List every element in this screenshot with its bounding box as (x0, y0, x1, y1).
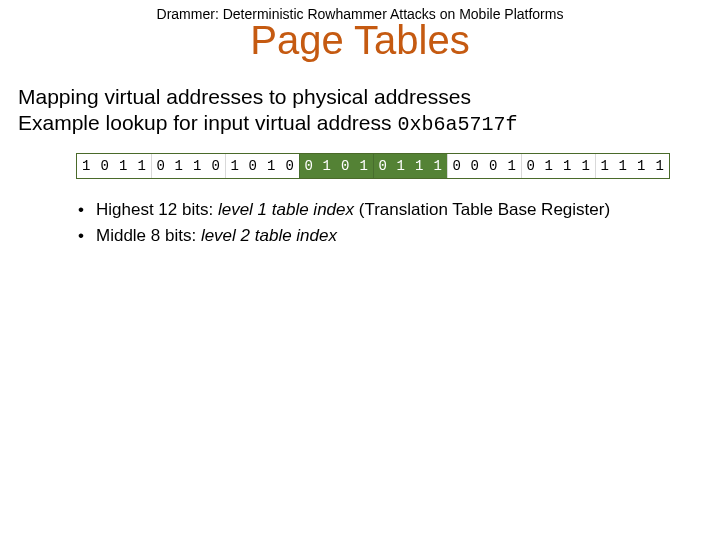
bit-cell: 0 (151, 154, 170, 178)
bit-cell: 1 (318, 154, 337, 178)
bit-cell: 1 (632, 154, 651, 178)
bit-cell: 0 (484, 154, 503, 178)
bit-cell: 0 (447, 154, 466, 178)
bit-cell: 1 (503, 154, 522, 178)
bit-cell: 1 (170, 154, 189, 178)
bullet-2: • Middle 8 bits: level 2 table index (78, 223, 702, 249)
bit-cell: 1 (77, 154, 96, 178)
bit-cell: 0 (281, 154, 300, 178)
bit-cell: 1 (355, 154, 374, 178)
bit-cell: 1 (133, 154, 152, 178)
bit-cell: 1 (595, 154, 614, 178)
bit-cell: 0 (521, 154, 540, 178)
bit-cell: 0 (336, 154, 355, 178)
bit-cell: 0 (466, 154, 485, 178)
bit-cell: 1 (225, 154, 244, 178)
bit-cell: 1 (577, 154, 596, 178)
bit-cell: 1 (429, 154, 448, 178)
bit-cell: 1 (558, 154, 577, 178)
bit-cell: 1 (188, 154, 207, 178)
bit-cell: 0 (96, 154, 115, 178)
bit-cell: 1 (262, 154, 281, 178)
bit-cell: 0 (373, 154, 392, 178)
bullet-1: • Highest 12 bits: level 1 table index (… (78, 197, 702, 223)
bit-cell: 1 (614, 154, 633, 178)
body-line-2: Example lookup for input virtual address… (18, 110, 702, 137)
bit-cell: 1 (540, 154, 559, 178)
bit-cell: 0 (207, 154, 226, 178)
bit-cell: 1 (410, 154, 429, 178)
bits-row: 10110110101001010111000101111111 (76, 153, 670, 179)
bit-cell: 1 (392, 154, 411, 178)
bit-cell: 0 (244, 154, 263, 178)
body-line-1: Mapping virtual addresses to physical ad… (18, 84, 702, 110)
bit-cell: 0 (299, 154, 318, 178)
bit-cell: 1 (114, 154, 133, 178)
slide-title: Page Tables (0, 18, 720, 62)
bit-cell: 1 (651, 154, 670, 178)
